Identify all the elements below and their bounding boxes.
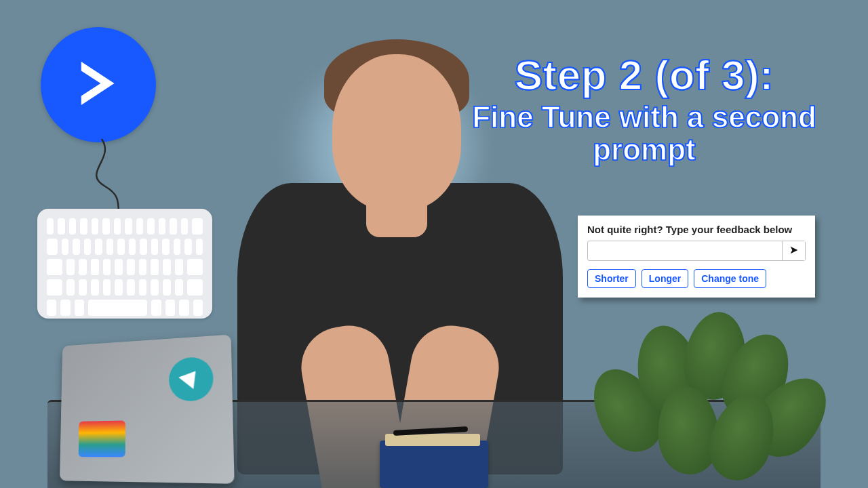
chip-longer[interactable]: Longer <box>642 269 688 288</box>
send-arrow-icon <box>789 245 800 258</box>
mouse-cable-icon <box>88 139 170 220</box>
laptop-sticker-round <box>169 357 214 402</box>
feedback-chip-row: Shorter Longer Change tone <box>587 269 806 288</box>
chevron-right-icon <box>70 55 127 115</box>
keyboard-icon <box>37 209 212 319</box>
laptop-sticker-rainbow <box>79 420 125 457</box>
slide-title: Step 2 (of 3): Fine Tune with a second p… <box>454 53 834 167</box>
chip-shorter[interactable]: Shorter <box>587 269 636 288</box>
feedback-panel: Not quite right? Type your feedback belo… <box>578 216 815 298</box>
feedback-label: Not quite right? Type your feedback belo… <box>587 224 806 235</box>
send-button[interactable] <box>782 241 805 260</box>
notebook <box>380 441 488 488</box>
laptop <box>47 339 251 488</box>
chip-change-tone[interactable]: Change tone <box>694 269 766 288</box>
brand-logo-badge <box>41 27 156 142</box>
slide-title-line2: Fine Tune with a second prompt <box>454 101 834 167</box>
potted-plant <box>570 285 827 488</box>
feedback-input-row <box>587 241 806 261</box>
feedback-input[interactable] <box>588 241 782 260</box>
slide-title-line1: Step 2 (of 3): <box>454 53 834 97</box>
